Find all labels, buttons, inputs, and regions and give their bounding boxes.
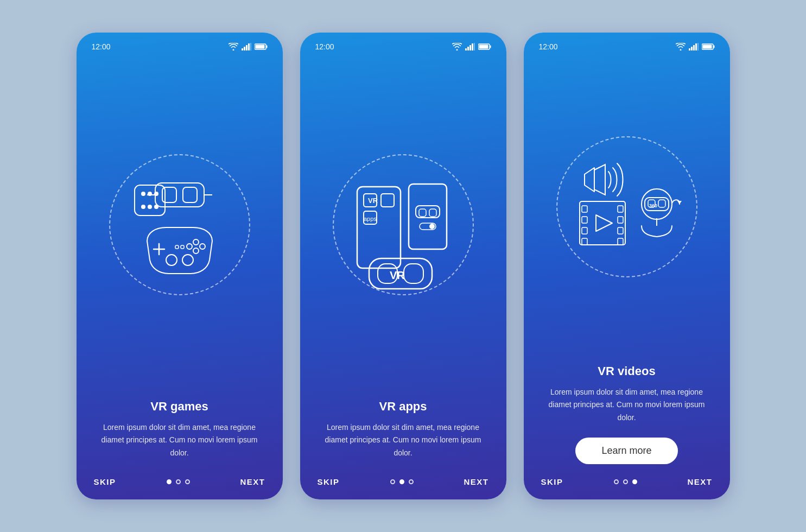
- learn-more-button[interactable]: Learn more: [575, 438, 677, 464]
- svg-rect-60: [713, 46, 714, 48]
- status-icons-1: [229, 43, 268, 50]
- battery-icon-2: [478, 43, 491, 50]
- signal-icon-1: [242, 43, 251, 50]
- svg-rect-30: [465, 48, 467, 50]
- svg-rect-56: [693, 45, 695, 50]
- svg-rect-34: [474, 43, 475, 50]
- svg-rect-3: [248, 43, 250, 50]
- card-title-3: VR videos: [541, 364, 713, 378]
- status-icons-3: [676, 43, 715, 50]
- signal-icon-3: [689, 43, 699, 50]
- card-title-2: VR apps: [318, 400, 489, 414]
- time-3: 12:00: [539, 42, 558, 51]
- dot-1-1: [167, 479, 172, 484]
- illustration-vr-games: [77, 55, 283, 394]
- svg-rect-37: [479, 45, 488, 49]
- dashed-circle-1: [109, 154, 250, 295]
- skip-button-3[interactable]: SKIP: [541, 477, 563, 486]
- nav-bar-1: SKIP NEXT: [77, 468, 283, 499]
- svg-rect-32: [469, 45, 471, 50]
- status-bar-1: 12:00: [77, 33, 283, 55]
- dot-2-3: [409, 479, 414, 484]
- dots-3: [614, 479, 637, 484]
- wifi-icon-2: [452, 43, 462, 50]
- next-button-2[interactable]: NEXT: [464, 477, 488, 486]
- next-button-3[interactable]: NEXT: [687, 477, 712, 486]
- status-bar-2: 12:00: [300, 33, 506, 55]
- svg-rect-58: [697, 43, 699, 50]
- text-content-3: VR videos Lorem ipsum dolor sit dim amet…: [524, 359, 730, 468]
- svg-rect-0: [242, 48, 243, 50]
- time-2: 12:00: [315, 42, 334, 51]
- dot-2-2: [399, 479, 404, 484]
- dot-1-2: [176, 479, 181, 484]
- dots-1: [167, 479, 190, 484]
- phone-card-vr-videos: 12:00: [524, 33, 730, 499]
- svg-rect-61: [702, 45, 712, 49]
- dot-2-1: [390, 479, 395, 484]
- dots-2: [390, 479, 414, 484]
- skip-button-2[interactable]: SKIP: [318, 477, 340, 486]
- svg-rect-1: [244, 47, 245, 50]
- svg-rect-7: [255, 45, 264, 49]
- dashed-circle-3: [556, 136, 697, 277]
- dot-1-3: [185, 479, 190, 484]
- nav-bar-2: SKIP NEXT: [300, 468, 506, 499]
- svg-rect-4: [250, 43, 251, 50]
- card-title-1: VR games: [94, 400, 265, 414]
- status-icons-2: [452, 43, 491, 50]
- svg-rect-54: [689, 48, 690, 50]
- battery-icon-1: [255, 43, 268, 50]
- wifi-icon-3: [676, 43, 686, 50]
- battery-icon-3: [702, 43, 715, 50]
- signal-icon-2: [465, 43, 475, 50]
- card-description-2: Lorem ipsum dolor sit dim amet, mea regi…: [318, 421, 489, 460]
- svg-rect-2: [246, 45, 247, 50]
- svg-rect-36: [490, 46, 491, 48]
- wifi-icon-1: [229, 43, 238, 50]
- svg-rect-57: [695, 43, 697, 50]
- nav-bar-3: SKIP NEXT: [524, 468, 730, 499]
- phone-card-vr-games: 12:00: [77, 33, 283, 499]
- skip-button-1[interactable]: SKIP: [94, 477, 116, 486]
- text-content-1: VR games Lorem ipsum dolor sit dim amet,…: [77, 394, 283, 468]
- time-1: 12:00: [92, 42, 111, 51]
- svg-rect-55: [691, 47, 693, 50]
- illustration-vr-videos: 360: [524, 55, 730, 359]
- status-bar-3: 12:00: [524, 33, 730, 55]
- card-description-3: Lorem ipsum dolor sit dim amet, mea regi…: [541, 386, 713, 425]
- svg-rect-6: [266, 46, 267, 48]
- dashed-circle-2: [333, 154, 474, 295]
- dot-3-2: [623, 479, 628, 484]
- illustration-vr-apps: VR apps VR: [300, 55, 506, 394]
- card-description-1: Lorem ipsum dolor sit dim amet, mea regi…: [94, 421, 265, 460]
- svg-rect-31: [467, 47, 469, 50]
- text-content-2: VR apps Lorem ipsum dolor sit dim amet, …: [300, 394, 506, 468]
- next-button-1[interactable]: NEXT: [240, 477, 265, 486]
- svg-rect-33: [472, 43, 473, 50]
- dot-3-3: [632, 479, 637, 484]
- dot-3-1: [614, 479, 619, 484]
- phone-card-vr-apps: 12:00: [300, 33, 506, 499]
